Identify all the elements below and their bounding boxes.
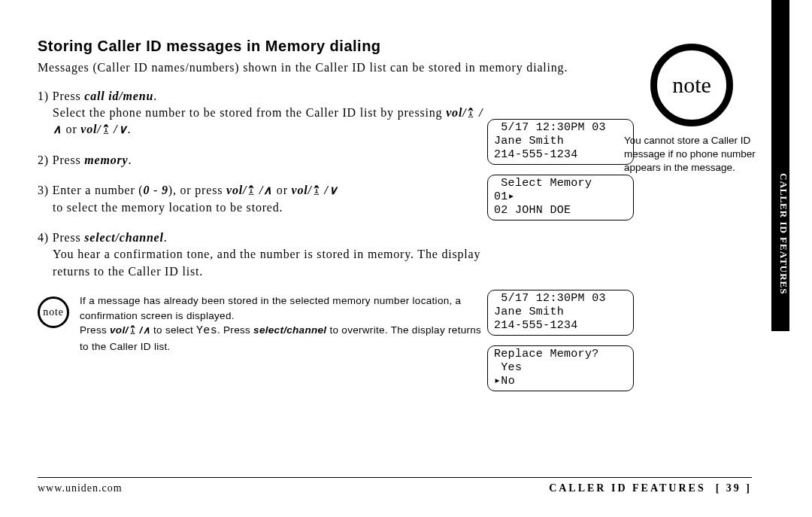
ring-icon	[312, 185, 321, 195]
digit: 9	[162, 184, 168, 196]
key-label: vol/ /∧	[110, 324, 150, 336]
step-detail: to select the memory location to be stor…	[38, 199, 489, 216]
step-3: 3) Enter a number (0 - 9), or press vol/…	[38, 182, 489, 216]
manual-page: CALLER ID FEATURES Storing Caller ID mes…	[0, 0, 812, 517]
lcd-display-4: Replace Memory? Yes ▸No	[487, 345, 634, 391]
step-1: 1) Press call id/menu. Select the phone …	[38, 88, 489, 138]
step-text: 2) Press	[38, 154, 84, 166]
text: ), or press	[168, 184, 226, 196]
step-detail: You hear a confirmation tone, and the nu…	[38, 246, 489, 280]
lcd-inline: Yes	[196, 324, 217, 337]
key-label: call id/menu	[84, 90, 153, 102]
section-name: CALLER ID FEATURES	[549, 482, 706, 494]
text: Select the phone number to be stored fro…	[53, 106, 446, 119]
down-icon: ∨	[118, 121, 128, 138]
side-note-text: You cannot store a Caller ID message if …	[624, 134, 759, 175]
step-text: 1) Press	[38, 90, 84, 102]
key-label: memory	[84, 154, 128, 166]
punct: .	[128, 154, 132, 166]
inline-note-text: If a message has already been stored in …	[80, 293, 489, 354]
step-2: 2) Press memory.	[38, 152, 489, 169]
step-detail: Select the phone number to be stored fro…	[38, 105, 489, 138]
ring-icon	[247, 185, 256, 195]
intro-text: Messages (Caller ID names/numbers) shown…	[38, 59, 617, 76]
note-icon-small: note	[38, 297, 69, 328]
text: Press	[80, 324, 110, 336]
up-icon: ∧	[263, 182, 273, 199]
key-label: select/channel	[253, 324, 326, 336]
up-icon: ∧	[53, 121, 62, 138]
punct: .	[153, 90, 157, 102]
key-label: vol/ /∧	[226, 184, 273, 196]
lcd-display-3: 5/17 12:30PM 03 Jane Smith 214-555-1234	[487, 290, 634, 336]
footer-url: www.uniden.com	[38, 482, 123, 494]
inline-note: note If a message has already been store…	[38, 293, 489, 354]
key-label: select/channel	[84, 231, 163, 244]
step-text: 4) Press	[38, 231, 84, 244]
text: or	[273, 184, 292, 196]
steps-list: 1) Press call id/menu. Select the phone …	[38, 88, 489, 354]
step-4: 4) Press select/channel. You hear a conf…	[38, 230, 489, 280]
text: -	[150, 184, 162, 196]
text: . Press	[217, 324, 253, 336]
down-icon: ∨	[329, 182, 338, 199]
text: or	[62, 123, 81, 135]
punct: .	[127, 123, 131, 135]
page-footer: www.uniden.com CALLER ID FEATURES [ 39 ]	[38, 477, 752, 494]
note-icon-big: note	[650, 44, 733, 126]
text: to select	[150, 324, 196, 336]
punct: .	[164, 231, 168, 244]
side-note: note You cannot store a Caller ID messag…	[624, 44, 759, 175]
digit: 0	[143, 184, 150, 196]
lcd-display-1: 5/17 12:30PM 03 Jane Smith 214-555-1234	[487, 119, 634, 165]
up-icon: ∧	[143, 323, 150, 338]
side-tab-label: CALLER ID FEATURES	[771, 173, 789, 295]
text: If a message has already been stored in …	[80, 295, 461, 321]
ring-icon	[129, 325, 137, 334]
page-number: [ 39 ]	[716, 482, 752, 494]
key-label: vol/ /∨	[80, 123, 127, 135]
ring-icon	[102, 124, 111, 134]
lcd-display-2: Select Memory 01▸ 02 JOHN DOE	[487, 175, 634, 220]
step-text: 3) Enter a number (	[38, 184, 143, 196]
key-label: vol/ /∨	[292, 184, 338, 196]
ring-icon	[466, 108, 475, 117]
footer-section: CALLER ID FEATURES [ 39 ]	[549, 482, 752, 494]
